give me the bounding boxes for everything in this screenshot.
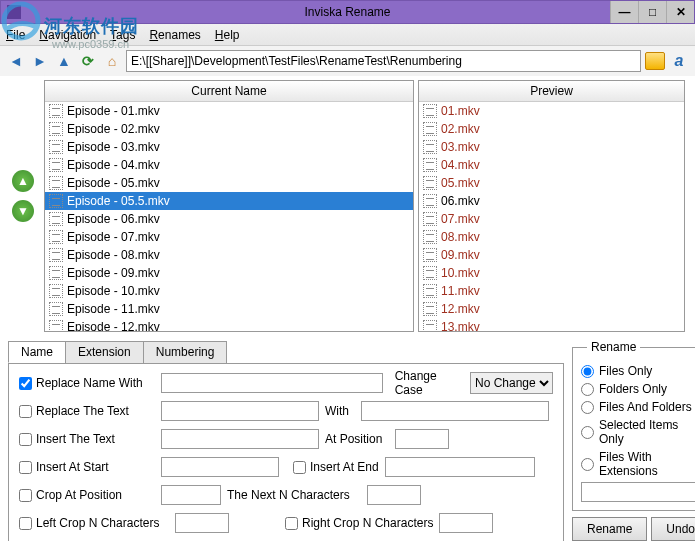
tab-numbering[interactable]: Numbering [143,341,228,363]
list-item[interactable]: 06.mkv [419,192,684,210]
minimize-button[interactable]: — [610,1,638,23]
file-name: Episode - 05.mkv [67,176,160,190]
file-name: Episode - 10.mkv [67,284,160,298]
replace-name-with-check[interactable]: Replace Name With [19,376,155,390]
files-and-folders-radio[interactable]: Files And Folders [581,400,695,414]
at-position-input[interactable] [395,429,449,449]
maximize-button[interactable]: □ [638,1,666,23]
list-item[interactable]: 12.mkv [419,300,684,318]
crop-at-position-input[interactable] [161,485,221,505]
file-name: 11.mkv [441,284,480,298]
menu-help[interactable]: Help [215,28,240,42]
case-toggle-icon[interactable]: a [669,52,689,70]
file-icon [423,284,437,298]
list-item[interactable]: 11.mkv [419,282,684,300]
list-item[interactable]: Episode - 01.mkv [45,102,413,120]
list-item[interactable]: Episode - 12.mkv [45,318,413,331]
insert-text-input[interactable] [161,429,319,449]
file-name: Episode - 11.mkv [67,302,160,316]
file-icon [423,248,437,262]
list-item[interactable]: Episode - 06.mkv [45,210,413,228]
refresh-icon[interactable]: ⟳ [78,51,98,71]
replace-text-check[interactable]: Replace The Text [19,404,155,418]
insert-at-end-check[interactable]: Insert At End [293,460,379,474]
left-crop-check[interactable]: Left Crop N Characters [19,516,169,530]
file-icon [49,284,63,298]
file-name: 10.mkv [441,266,480,280]
right-crop-input[interactable] [439,513,493,533]
browse-folder-icon[interactable] [645,52,665,70]
list-item[interactable]: 09.mkv [419,246,684,264]
list-item[interactable]: Episode - 09.mkv [45,264,413,282]
list-item[interactable]: Episode - 04.mkv [45,156,413,174]
undo-button[interactable]: Undo [651,517,695,541]
preview-header[interactable]: Preview [419,81,684,102]
tab-name[interactable]: Name [8,341,66,363]
menu-navigation[interactable]: Navigation [39,28,96,42]
nav-up-icon[interactable]: ▲ [54,51,74,71]
preview-panel: Preview 01.mkv02.mkv03.mkv04.mkv05.mkv06… [418,80,685,332]
insert-at-end-input[interactable] [385,457,535,477]
list-item[interactable]: 13.mkv [419,318,684,331]
path-input[interactable] [126,50,641,72]
file-icon [423,212,437,226]
file-icon [423,122,437,136]
replace-with-input[interactable] [361,401,549,421]
list-item[interactable]: Episode - 08.mkv [45,246,413,264]
file-icon [423,176,437,190]
list-item[interactable]: 10.mkv [419,264,684,282]
close-button[interactable]: ✕ [666,1,694,23]
next-n-input[interactable] [367,485,421,505]
list-item[interactable]: 01.mkv [419,102,684,120]
change-case-select[interactable]: No Change [470,372,553,394]
home-icon[interactable]: ⌂ [102,51,122,71]
list-item[interactable]: Episode - 05.mkv [45,174,413,192]
file-name: Episode - 07.mkv [67,230,160,244]
nav-back-icon[interactable]: ◄ [6,51,26,71]
list-item[interactable]: Episode - 11.mkv [45,300,413,318]
right-crop-check[interactable]: Right Crop N Characters [285,516,433,530]
list-item[interactable]: 08.mkv [419,228,684,246]
extensions-input[interactable] [581,482,695,502]
file-name: Episode - 01.mkv [67,104,160,118]
left-crop-input[interactable] [175,513,229,533]
menu-tags[interactable]: Tags [110,28,135,42]
file-name: 12.mkv [441,302,480,316]
list-item[interactable]: 02.mkv [419,120,684,138]
file-name: 04.mkv [441,158,480,172]
menu-file[interactable]: File [6,28,25,42]
list-item[interactable]: Episode - 03.mkv [45,138,413,156]
file-name: Episode - 12.mkv [67,320,160,331]
list-item[interactable]: Episode - 07.mkv [45,228,413,246]
replace-name-with-input[interactable] [161,373,383,393]
tab-extension[interactable]: Extension [65,341,144,363]
files-with-ext-radio[interactable]: Files With Extensions [581,450,695,478]
replace-text-input[interactable] [161,401,319,421]
list-item[interactable]: Episode - 02.mkv [45,120,413,138]
nav-forward-icon[interactable]: ► [30,51,50,71]
current-name-list[interactable]: Episode - 01.mkvEpisode - 02.mkvEpisode … [45,102,413,331]
current-name-header[interactable]: Current Name [45,81,413,102]
rename-button[interactable]: Rename [572,517,647,541]
menu-renames[interactable]: Renames [149,28,200,42]
list-item[interactable]: Episode - 05.5.mkv [45,192,413,210]
list-item[interactable]: 07.mkv [419,210,684,228]
folders-only-radio[interactable]: Folders Only [581,382,695,396]
crop-at-position-check[interactable]: Crop At Position [19,488,155,502]
preview-list[interactable]: 01.mkv02.mkv03.mkv04.mkv05.mkv06.mkv07.m… [419,102,684,331]
file-icon [423,194,437,208]
selected-items-radio[interactable]: Selected Items Only [581,418,695,446]
insert-text-check[interactable]: Insert The Text [19,432,155,446]
insert-at-start-input[interactable] [161,457,279,477]
files-only-radio[interactable]: Files Only [581,364,695,378]
list-item[interactable]: Episode - 10.mkv [45,282,413,300]
list-item[interactable]: 03.mkv [419,138,684,156]
move-down-button[interactable]: ▼ [12,200,34,222]
file-icon [49,194,63,208]
insert-at-start-check[interactable]: Insert At Start [19,460,155,474]
list-item[interactable]: 05.mkv [419,174,684,192]
file-name: 03.mkv [441,140,480,154]
list-item[interactable]: 04.mkv [419,156,684,174]
file-icon [49,320,63,331]
move-up-button[interactable]: ▲ [12,170,34,192]
